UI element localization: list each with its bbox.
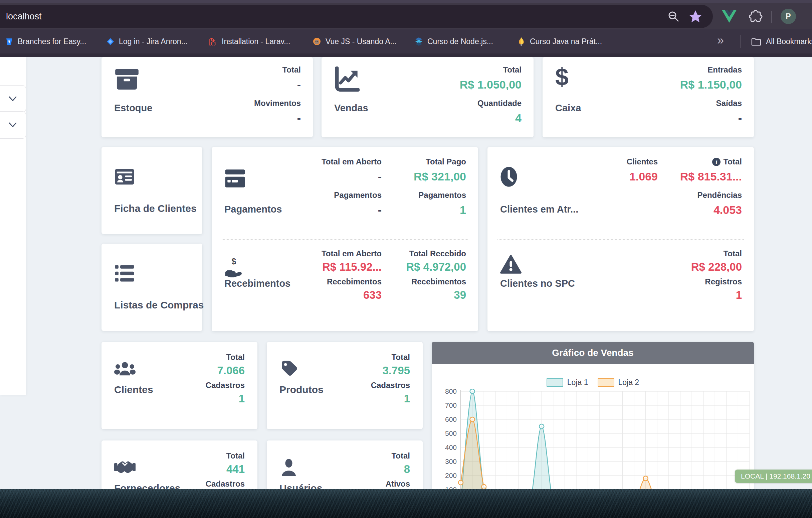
chrome-bottom-edge (0, 53, 812, 57)
card-title: Estoque (114, 103, 152, 114)
extensions-puzzle-icon[interactable] (747, 8, 763, 25)
legend-swatch (547, 378, 563, 387)
card-vendas[interactable]: Vendas Total R$ 1.050,00 Quantidade 4 (321, 57, 533, 137)
bookmark-item[interactable]: Branches for Easy... (5, 29, 86, 53)
all-bookmarks-button[interactable]: All Bookmarks (751, 29, 812, 53)
svg-text:700: 700 (445, 401, 457, 409)
bookmark-item[interactable]: Curso Java na Prát... (518, 29, 602, 53)
card-title: Listas de Compras (114, 299, 204, 311)
card-divider (222, 239, 468, 240)
chart-legend: Loja 1 Loja 2 (432, 378, 754, 387)
chart-header: Gráfico de Vendas (432, 342, 754, 364)
stat-value: R$ 115.92... (321, 260, 382, 274)
svg-text:200: 200 (445, 471, 457, 479)
bookmark-label: Vue JS - Usando A... (325, 37, 397, 46)
monkey-icon (313, 37, 321, 46)
stat-label: Saídas (680, 97, 742, 109)
card-clientes[interactable]: Clientes Total 7.066 Cadastros 1 (102, 342, 257, 429)
bookmark-label: Curso Java na Prát... (530, 37, 602, 46)
toolbar-divider (771, 11, 772, 23)
sidebar-collapse-item-2[interactable] (0, 111, 26, 139)
profile-avatar[interactable]: P (781, 9, 796, 24)
clock-icon (500, 166, 518, 187)
stat-label: Total (691, 248, 742, 260)
stat-label: Recebimentos (406, 276, 466, 288)
card-listas-compras[interactable]: Listas de Compras (102, 244, 202, 331)
sidebar-collapse-item-1[interactable] (0, 85, 26, 112)
stat-label: Quantidade (460, 97, 522, 109)
browser-window: localhost P (0, 0, 812, 518)
browser-toolbar: localhost P (0, 3, 812, 29)
info-icon[interactable]: i (712, 158, 721, 166)
stat-value: - (321, 168, 382, 185)
chevron-down-icon (7, 94, 18, 103)
tab-strip (0, 0, 812, 3)
chevron-down-icon (7, 121, 18, 129)
address-bar[interactable]: localhost (0, 5, 713, 28)
stat-label: Cadastros (206, 478, 245, 490)
bookmark-item[interactable]: Installation - Larav... (209, 29, 290, 53)
svg-text:300: 300 (445, 458, 457, 465)
user-icon (280, 458, 298, 477)
stat-label: Total (386, 450, 410, 462)
card-produtos[interactable]: Produtos Total 3.795 Cadastros 1 (267, 342, 423, 429)
stat-value: 4 (460, 109, 522, 127)
card-title: Clientes em Atr... (500, 204, 578, 215)
bookmark-star-icon[interactable] (689, 10, 702, 25)
card-ficha-clientes[interactable]: Ficha de Clientes (102, 147, 202, 234)
stat-value: R$ 815.31... (680, 168, 742, 185)
svg-text:600: 600 (445, 415, 457, 423)
card-estoque[interactable]: Estoque Total - Movimentos - (102, 57, 313, 137)
card-title: Clientes (114, 384, 153, 396)
stat-label: Pagamentos (414, 189, 466, 201)
stat-label: Cadastros (371, 379, 410, 391)
legend-label: Loja 2 (618, 378, 639, 387)
svg-text:800: 800 (445, 389, 457, 395)
bookmark-item[interactable]: Curso de Node.js... (415, 29, 493, 53)
legend-label: Loja 1 (567, 378, 588, 387)
dollar-icon: $ (555, 63, 569, 90)
stat-label: Total (254, 64, 301, 76)
zoom-out-icon[interactable] (667, 10, 680, 25)
stat-value: - (321, 201, 382, 219)
bookmark-label: Log in - Jira Anron... (119, 37, 187, 46)
stat-value: R$ 1.050,00 (460, 76, 522, 93)
card-caixa[interactable]: $ Caixa Entradas R$ 1.150,00 Saídas - (543, 57, 754, 137)
stat-label: Total Recebido (406, 248, 466, 260)
stat-value: 1 (371, 391, 410, 406)
credit-card-icon (224, 168, 246, 189)
handshake-icon (114, 459, 136, 476)
vue-devtools-icon[interactable] (722, 10, 736, 24)
stat-label: iTotal (680, 156, 742, 168)
node-course-icon (415, 37, 423, 46)
stat-value: 3.795 (371, 363, 410, 378)
bookmarks-divider (740, 35, 741, 48)
stat-value: R$ 1.150,00 (680, 76, 742, 93)
card-title: Caixa (555, 103, 581, 114)
card-title: Vendas (334, 103, 368, 114)
desktop-wallpaper-ocean (0, 489, 812, 518)
stat-value: - (254, 76, 301, 93)
java-course-icon (518, 37, 525, 46)
stat-value: 1 (691, 288, 742, 302)
stat-value: 441 (206, 462, 245, 476)
stat-value: R$ 4.972,00 (406, 260, 466, 274)
stat-label: Cadastros (206, 379, 245, 391)
stat-label: Pagamentos (321, 189, 382, 201)
stat-value: 1 (206, 391, 245, 406)
bookmarks-overflow-chevron[interactable]: » (717, 29, 724, 53)
status-badge: LOCAL | 192.168.1.20 (735, 469, 812, 483)
bookmark-item[interactable]: Log in - Jira Anron... (107, 29, 187, 53)
stat-label: Registros (691, 276, 742, 288)
card-pagamentos-recebimentos[interactable]: Pagamentos Total em Aberto - Pagamentos … (212, 147, 478, 331)
legend-item-loja2[interactable]: Loja 2 (598, 378, 639, 387)
legend-item-loja1[interactable]: Loja 1 (547, 378, 588, 387)
url-text[interactable]: localhost (6, 5, 42, 28)
warning-triangle-icon (500, 255, 522, 275)
stat-value: R$ 321,00 (414, 168, 466, 185)
stat-label: Total (206, 351, 245, 363)
bookmark-item[interactable]: Vue JS - Usando A... (313, 29, 397, 53)
bookmark-label: Curso de Node.js... (427, 37, 493, 46)
card-clientes-atraso-spc[interactable]: Clientes em Atr... Clientes 1.069 iTotal… (488, 147, 754, 331)
chart-line-icon (334, 66, 359, 92)
